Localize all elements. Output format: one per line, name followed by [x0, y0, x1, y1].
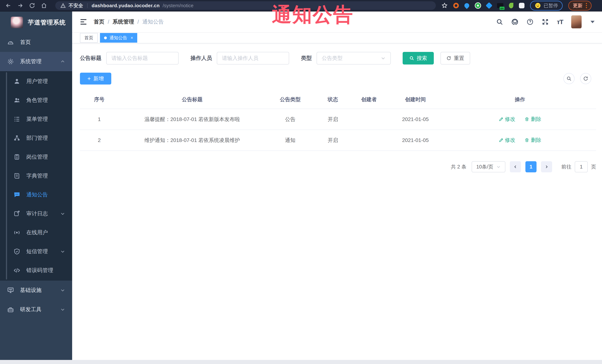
avatar-caret-icon[interactable]	[591, 21, 595, 23]
add-button[interactable]: + 新增	[80, 73, 111, 84]
refresh-table-button[interactable]	[580, 73, 591, 84]
sidebar-item-roles[interactable]: 角色管理	[0, 91, 72, 110]
back-icon[interactable]	[5, 2, 11, 9]
bookmark-star-icon[interactable]	[441, 2, 448, 9]
paused-label: 已暂停	[544, 2, 558, 9]
sidebar-item-dict[interactable]: 字典管理	[0, 166, 72, 185]
sidebar-item-errorcode[interactable]: 错误码管理	[0, 261, 72, 280]
table-toolbar: + 新增	[80, 73, 596, 84]
operator-filter-label: 操作人员	[191, 54, 212, 62]
toggle-search-button[interactable]	[563, 73, 575, 84]
extension-switch-icon[interactable]: on	[497, 3, 503, 8]
url-divider	[87, 3, 87, 8]
extensions-puzzle-icon[interactable]	[519, 3, 525, 8]
chevron-down-icon	[381, 56, 386, 61]
font-size-icon[interactable]: тT	[557, 18, 563, 26]
chevron-down-icon	[60, 211, 65, 216]
breadcrumb-system[interactable]: 系统管理	[113, 18, 134, 26]
extension-orange-icon[interactable]	[453, 3, 459, 8]
warning-icon	[60, 3, 66, 8]
next-page-button[interactable]	[541, 161, 552, 172]
cell-status: 开启	[315, 130, 351, 151]
sidebar-item-home[interactable]: 首页	[0, 33, 72, 52]
chevron-down-icon	[60, 307, 65, 312]
kebab-menu-icon[interactable]	[586, 3, 587, 8]
users-icon	[13, 97, 20, 104]
sidebar-toggle-icon[interactable]	[80, 18, 87, 26]
forward-icon[interactable]	[17, 2, 23, 9]
edit-button[interactable]: 修改	[499, 116, 516, 123]
app-logo-row[interactable]: 芋道管理系统	[0, 11, 72, 33]
operator-filter-input[interactable]	[217, 52, 289, 64]
type-select[interactable]: 公告类型	[317, 52, 391, 64]
cell-title: 维护通知：2018-07-01 若依系统凌晨维护	[119, 130, 266, 151]
tab-notice[interactable]: 通知公告 ×	[100, 33, 137, 43]
reset-button[interactable]: 重置	[441, 52, 470, 64]
extension-green-icon[interactable]	[475, 2, 481, 9]
goto-page-input[interactable]	[575, 161, 588, 172]
chevron-up-icon	[60, 59, 65, 64]
home-icon[interactable]	[41, 2, 47, 9]
app-title: 芋道管理系统	[28, 18, 66, 27]
tab-close-icon[interactable]: ×	[130, 36, 133, 40]
sidebar-item-devtools[interactable]: 研发工具	[0, 300, 72, 319]
prev-page-button[interactable]	[510, 161, 521, 172]
user-avatar[interactable]	[571, 15, 582, 28]
fullscreen-icon[interactable]	[542, 18, 549, 25]
table-row: 1 温馨提醒：2018-07-01 若依新版本发布啦 公告 开启 2021-01…	[80, 109, 596, 130]
cell-created: 2021-01-05	[387, 109, 444, 130]
page-number-1[interactable]: 1	[525, 161, 537, 172]
sidebar-item-online[interactable]: 在线用户	[0, 223, 72, 242]
browser-toolbar: 不安全 dashboard.yudao.iocoder.cn/system/no…	[0, 0, 602, 11]
help-icon[interactable]	[527, 18, 534, 25]
sidebar-item-users[interactable]: 用户管理	[0, 72, 72, 91]
sidebar-item-menus[interactable]: 菜单管理	[0, 110, 72, 129]
sidebar-item-auditlog[interactable]: 审计日志	[0, 204, 72, 223]
extension-sprout-icon[interactable]	[509, 3, 513, 8]
edit-button[interactable]: 修改	[499, 137, 516, 144]
org-tree-icon	[13, 135, 20, 142]
extension-gem-icon[interactable]	[486, 2, 493, 9]
security-label[interactable]: 不安全	[69, 2, 83, 9]
trash-icon	[525, 117, 529, 122]
reload-icon[interactable]	[29, 2, 35, 9]
cell-type: 公告	[266, 109, 315, 130]
filter-operator-group: 操作人员	[191, 52, 289, 64]
breadcrumb-notice: 通知公告	[142, 18, 164, 26]
filter-type-group: 类型 公告类型	[301, 52, 391, 64]
chrome-update-button[interactable]: 更新	[568, 1, 591, 10]
page-size-select[interactable]: 10条/页	[472, 161, 505, 172]
system-submenu: 用户管理 角色管理 菜单管理 部门管理	[0, 71, 72, 281]
filter-title-group: 公告标题	[80, 52, 179, 64]
sidebar-item-system[interactable]: 系统管理	[0, 52, 72, 71]
search-form: 公告标题 操作人员 类型 公告类型	[80, 52, 596, 64]
sidebar-item-depts[interactable]: 部门管理	[0, 129, 72, 147]
sidebar-item-posts[interactable]: 岗位管理	[0, 147, 72, 166]
page-unit-label: 页	[591, 164, 596, 170]
pagination: 共 2 条 10条/页 1 前往 页	[80, 161, 596, 172]
type-filter-label: 类型	[301, 54, 312, 62]
title-filter-input[interactable]	[106, 52, 179, 64]
refresh-icon	[583, 76, 588, 81]
tab-home[interactable]: 首页	[80, 33, 98, 43]
col-type: 公告类型	[266, 91, 315, 109]
cell-no: 2	[80, 130, 119, 151]
cell-status: 开启	[315, 109, 351, 130]
extension-pin-icon[interactable]	[463, 2, 470, 9]
sidebar-item-notice[interactable]: 通知公告	[0, 185, 72, 204]
search-icon[interactable]	[496, 18, 503, 25]
breadcrumb-home[interactable]: 首页	[94, 18, 104, 26]
notice-table: 序号 公告标题 公告类型 状态 创建者 创建时间 操作 1 温馨提醒：2018-	[80, 91, 596, 151]
delete-button[interactable]: 删除	[525, 137, 541, 144]
delete-button[interactable]: 删除	[525, 116, 541, 123]
url-bar[interactable]: 不安全 dashboard.yudao.iocoder.cn/system/no…	[55, 1, 436, 10]
menu-list-icon	[13, 116, 20, 123]
col-created: 创建时间	[387, 91, 444, 109]
search-button[interactable]: 搜索	[403, 52, 434, 64]
sidebar-item-sms[interactable]: 短信管理	[0, 242, 72, 261]
profile-paused-chip[interactable]: 已暂停	[530, 1, 563, 10]
browser-window: 不安全 dashboard.yudao.iocoder.cn/system/no…	[0, 0, 602, 364]
github-icon[interactable]	[511, 18, 518, 25]
badge-icon	[13, 154, 20, 160]
sidebar-item-infra[interactable]: 基础设施	[0, 281, 72, 300]
